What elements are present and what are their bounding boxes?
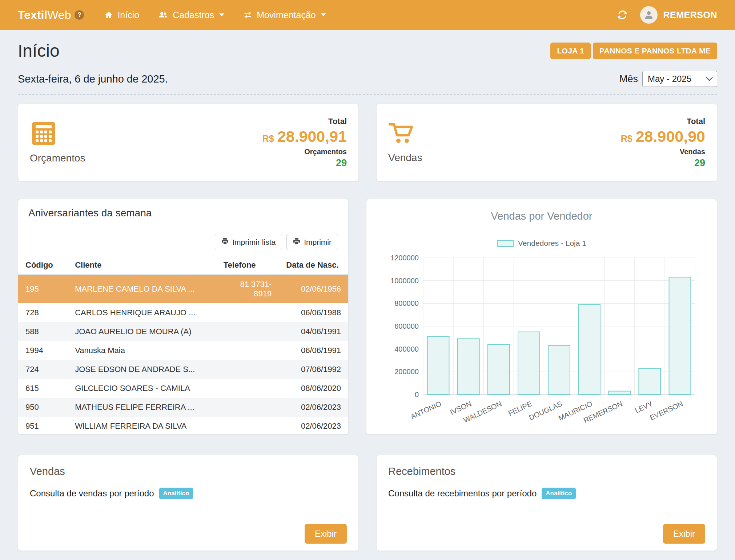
- svg-text:EVERSON: EVERSON: [648, 400, 684, 422]
- table-row[interactable]: 728 CARLOS HENRIQUE ARAUJO ... 06/06/198…: [18, 303, 348, 322]
- print-list-button[interactable]: Imprimir lista: [215, 234, 282, 250]
- cell-code: 195: [18, 275, 68, 303]
- cell-code: 615: [18, 379, 68, 398]
- sales-panel-text: Consulta de vendas por período: [30, 488, 154, 499]
- cell-code: 724: [18, 360, 68, 379]
- sales-card: Vendas Total R$ 28.900,90 Vendas 29: [376, 104, 717, 181]
- home-icon: [104, 11, 113, 19]
- user-menu[interactable]: REMERSON: [640, 6, 717, 24]
- summary-cards: Orçamentos Total R$ 28.900,91 Orçamentos…: [0, 104, 735, 181]
- cell-client: CARLOS HENRIQUE ARAUJO ...: [68, 303, 216, 322]
- budgets-count: 29: [262, 157, 347, 169]
- company-button[interactable]: PANNOS E PANNOS LTDA ME: [593, 43, 717, 59]
- sales-total-label: Total: [621, 117, 705, 126]
- cell-client: Vanuska Maia: [68, 341, 216, 360]
- cell-phone: [216, 379, 279, 398]
- svg-text:1000000: 1000000: [390, 277, 419, 285]
- print-button[interactable]: Imprimir: [286, 234, 338, 250]
- cell-birth: 06/06/1988: [279, 303, 348, 322]
- budgets-card: Orçamentos Total R$ 28.900,91 Orçamentos…: [18, 104, 359, 181]
- table-row[interactable]: 951 WILLIAM FERREIRA DA SILVA 02/06/2023: [18, 417, 348, 435]
- cell-phone: [216, 398, 279, 417]
- birthday-table-body: 195 MARLENE CAMELO DA SILVA ... 81 3731-…: [18, 275, 348, 435]
- navbar-right: REMERSON: [617, 6, 717, 24]
- nav-item-label: Início: [117, 10, 139, 20]
- receipts-exibir-button[interactable]: Exibir: [663, 524, 705, 544]
- budgets-currency: R$: [262, 133, 274, 144]
- navbar: TextilWeb ? Início Cadastros: [0, 0, 735, 30]
- budgets-total-value: 28.900,91: [277, 128, 347, 145]
- sales-by-seller-chart: 020000040000060000080000010000001200000A…: [382, 253, 701, 424]
- col-header-nasc: Data de Nasc.: [279, 256, 348, 275]
- help-icon[interactable]: ?: [75, 10, 84, 20]
- analitico-badge: Analítico: [542, 488, 576, 499]
- table-row[interactable]: 1994 Vanuska Maia 06/06/1991: [18, 341, 348, 360]
- cell-client: GILCLECIO SOARES - CAMILA: [68, 379, 216, 398]
- nav-item-movimentacao[interactable]: Movimentação: [243, 10, 326, 20]
- svg-text:600000: 600000: [394, 322, 419, 330]
- nav-item-label: Movimentação: [257, 10, 316, 20]
- sales-currency: R$: [621, 133, 632, 144]
- receipts-panel-text: Consulta de recebimentos por período: [388, 488, 537, 499]
- svg-text:0: 0: [415, 391, 419, 399]
- chart-legend[interactable]: Vendedores - Loja 1: [377, 239, 707, 248]
- sales-exibir-button[interactable]: Exibir: [305, 524, 347, 544]
- month-select[interactable]: May - 2025: [642, 71, 717, 87]
- cell-birth: 07/06/1992: [279, 360, 348, 379]
- svg-text:400000: 400000: [394, 345, 419, 353]
- date-text: Sexta-feira, 6 de junho de 2025.: [18, 73, 168, 85]
- table-row[interactable]: 195 MARLENE CAMELO DA SILVA ... 81 3731-…: [18, 275, 348, 303]
- month-label: Mês: [619, 73, 638, 85]
- brand-logo[interactable]: TextilWeb ?: [18, 8, 84, 22]
- nav-item-inicio[interactable]: Início: [104, 10, 139, 20]
- budgets-count-label: Orçamentos: [262, 148, 347, 156]
- legend-swatch: [497, 240, 514, 247]
- birthdays-panel: Aniversariantes da semana Imprimir lista: [18, 199, 349, 435]
- avatar: [640, 6, 658, 24]
- cell-client: MATHEUS FELIPE FERREIRA ...: [68, 398, 216, 417]
- table-row[interactable]: 724 JOSE EDSON DE ANDRADE S... 07/06/199…: [18, 360, 348, 379]
- cell-birth: 04/06/1991: [279, 322, 348, 341]
- page-header: Início LOJA 1 PANNOS E PANNOS LTDA ME: [0, 41, 735, 61]
- users-icon: [158, 11, 168, 19]
- birthday-table: Código Cliente Telefone Data de Nasc. 19…: [18, 256, 348, 435]
- nav-item-cadastros[interactable]: Cadastros: [158, 10, 224, 20]
- cell-phone: [216, 360, 279, 379]
- cell-code: 950: [18, 398, 68, 417]
- cell-client: JOAO AURELIO DE MOURA (A): [68, 322, 216, 341]
- cell-birth: 02/06/2023: [279, 417, 348, 435]
- print-list-label: Imprimir lista: [232, 238, 276, 247]
- cell-birth: 02/06/2023: [279, 398, 348, 417]
- page-title: Início: [18, 41, 60, 61]
- sales-label: Vendas: [388, 152, 422, 164]
- exchange-icon: [243, 11, 252, 19]
- sales-panel-title: Vendas: [30, 465, 347, 477]
- printer-icon: [221, 237, 229, 247]
- printer-icon: [293, 237, 300, 247]
- nav-item-label: Cadastros: [173, 10, 214, 20]
- cell-phone: 81 3731-8919: [216, 275, 279, 303]
- nav-links: Início Cadastros: [104, 10, 326, 20]
- username: REMERSON: [663, 10, 717, 20]
- cell-client: MARLENE CAMELO DA SILVA ...: [68, 275, 216, 303]
- cell-code: 1994: [18, 341, 68, 360]
- refresh-icon[interactable]: [617, 9, 628, 20]
- svg-text:800000: 800000: [394, 299, 419, 307]
- sales-total-value: 28.900,90: [636, 128, 705, 145]
- brand-text-b: Web: [47, 8, 71, 21]
- table-row[interactable]: 950 MATHEUS FELIPE FERREIRA ... 02/06/20…: [18, 398, 348, 417]
- sales-count-label: Vendas: [621, 148, 705, 156]
- birthdays-title: Aniversariantes da semana: [18, 199, 348, 227]
- dashed-divider: [18, 94, 717, 95]
- table-row[interactable]: 588 JOAO AURELIO DE MOURA (A) 04/06/1991: [18, 322, 348, 341]
- receipts-panel-title: Recebimentos: [388, 465, 705, 477]
- table-row[interactable]: 615 GILCLECIO SOARES - CAMILA 08/06/2020: [18, 379, 348, 398]
- budgets-total-label: Total: [262, 117, 347, 126]
- print-label: Imprimir: [304, 238, 332, 247]
- svg-text:DOUGLAS: DOUGLAS: [528, 400, 563, 422]
- analitico-badge: Analítico: [159, 488, 193, 499]
- cell-client: JOSE EDSON DE ANDRADE S...: [68, 360, 216, 379]
- brand-text-a: Textil: [18, 8, 47, 21]
- month-select-value: May - 2025: [648, 74, 691, 84]
- store-button[interactable]: LOJA 1: [550, 43, 591, 59]
